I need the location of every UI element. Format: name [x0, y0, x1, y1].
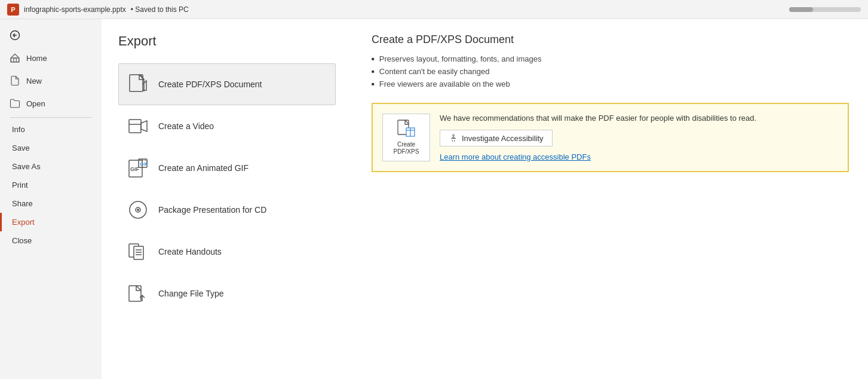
filetype-icon [127, 283, 149, 304]
export-panel: Export Create PDF/XPS Document [102, 19, 352, 379]
pdf-icon [127, 74, 149, 95]
sidebar-item-save[interactable]: Save [0, 139, 102, 157]
export-video-label: Create a Video [158, 121, 214, 131]
back-icon [10, 30, 20, 41]
gif-icon: GIF GIF [127, 157, 149, 179]
sidebar-item-export[interactable]: Export [0, 213, 102, 231]
accessibility-box: CreatePDF/XPS We have recommendations th… [372, 103, 849, 172]
back-button[interactable] [0, 24, 102, 47]
open-icon [10, 98, 20, 109]
title-bar-scroll[interactable] [789, 7, 861, 12]
home-icon [10, 53, 20, 63]
export-option-gif[interactable]: GIF GIF Create an Animated GIF [118, 147, 336, 189]
bullet-3: Free viewers are available on the web [372, 80, 849, 88]
svg-rect-2 [11, 58, 19, 62]
sidebar-item-info[interactable]: Info [0, 120, 102, 139]
sidebar: Home New Open Info Save Save As [0, 19, 102, 379]
sidebar-item-open[interactable]: Open [0, 92, 102, 115]
export-option-handouts[interactable]: Create Handouts [118, 231, 336, 273]
sidebar-home-label: Home [26, 54, 47, 63]
export-option-pdf[interactable]: Create PDF/XPS Document [118, 63, 336, 105]
title-bar-right [789, 7, 861, 12]
acc-icon-label: CreatePDF/XPS [394, 141, 419, 155]
export-option-video[interactable]: Create a Video [118, 105, 336, 147]
sidebar-item-save-as[interactable]: Save As [0, 157, 102, 176]
sidebar-divider [10, 117, 92, 118]
export-option-cd[interactable]: Package Presentation for CD [118, 189, 336, 231]
export-cd-label: Package Presentation for CD [158, 205, 266, 215]
export-title: Export [118, 33, 336, 49]
saved-status: • Saved to this PC [131, 5, 189, 14]
svg-rect-4 [129, 120, 141, 133]
create-pdf-icon [397, 120, 416, 139]
sidebar-item-share[interactable]: Share [0, 194, 102, 213]
sidebar-open-label: Open [26, 99, 45, 108]
export-option-filetype[interactable]: Change File Type [118, 273, 336, 314]
svg-point-13 [137, 209, 139, 211]
svg-text:GIF: GIF [140, 161, 148, 167]
sidebar-new-label: New [26, 77, 42, 85]
bullet-1: Preserves layout, formatting, fonts, and… [372, 54, 849, 63]
svg-rect-19 [129, 286, 141, 301]
export-filetype-label: Change File Type [158, 289, 223, 298]
svg-rect-15 [134, 246, 143, 259]
content-area: Export Create PDF/XPS Document [102, 19, 868, 379]
svg-text:GIF: GIF [130, 166, 140, 172]
acc-message: We have recommendations that will make t… [440, 114, 838, 123]
svg-marker-5 [141, 121, 147, 132]
acc-content: We have recommendations that will make t… [440, 114, 838, 161]
sidebar-item-home[interactable]: Home [0, 47, 102, 69]
accessibility-icon [449, 133, 458, 143]
app-icon: P [7, 4, 19, 16]
bullet-2: Content can't be easily changed [372, 67, 849, 76]
export-gif-label: Create an Animated GIF [158, 163, 249, 173]
create-pdfxps-button[interactable]: CreatePDF/XPS [382, 114, 430, 161]
handouts-icon [127, 241, 149, 262]
sidebar-item-new[interactable]: New [0, 69, 102, 92]
video-icon [127, 115, 149, 137]
file-name: infographic-sports-example.pptx [24, 5, 126, 14]
new-icon [10, 75, 20, 86]
export-pdf-label: Create PDF/XPS Document [158, 80, 262, 89]
detail-bullets: Preserves layout, formatting, fonts, and… [372, 54, 849, 88]
svg-point-25 [453, 135, 455, 136]
accessibility-learn-more-link[interactable]: Learn more about creating accessible PDF… [440, 152, 838, 161]
detail-title: Create a PDF/XPS Document [372, 33, 849, 46]
export-handouts-label: Create Handouts [158, 247, 222, 256]
sidebar-item-print[interactable]: Print [0, 176, 102, 194]
title-bar: P infographic-sports-example.pptx • Save… [0, 0, 868, 19]
main-layout: Home New Open Info Save Save As [0, 19, 868, 379]
detail-panel: Create a PDF/XPS Document Preserves layo… [352, 19, 868, 379]
svg-rect-3 [130, 75, 143, 91]
investigate-accessibility-button[interactable]: Investigate Accessibility [440, 130, 553, 146]
sidebar-item-close[interactable]: Close [0, 231, 102, 250]
cd-icon [127, 199, 149, 221]
